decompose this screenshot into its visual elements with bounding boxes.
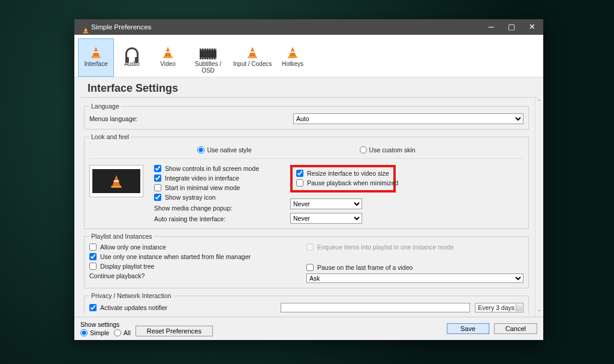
cone-icon <box>246 45 259 59</box>
scroll-down-icon[interactable]: ˅ <box>538 309 541 315</box>
bottom-bar: Show settings Simple All Reset Preferenc… <box>74 317 543 340</box>
privacy-text-input[interactable] <box>281 303 471 312</box>
vertical-scrollbar[interactable]: ˄ ˅ <box>535 98 543 317</box>
vlc-app-icon <box>79 23 88 31</box>
interface-preview-thumbnail <box>89 165 143 197</box>
highlight-annotation: Resize interface to video size Pause pla… <box>290 165 396 192</box>
group-language: Language Menus language: Auto <box>84 103 529 130</box>
film-icon <box>200 49 216 59</box>
group-privacy: Privacy / Network Interaction Activate u… <box>84 292 529 314</box>
media-change-popup-label: Show media change popup: <box>154 204 236 212</box>
cb-enqueue-items: Enqueue items into playlist in one insta… <box>306 243 523 251</box>
media-change-popup-select[interactable]: Never <box>290 198 362 209</box>
auto-raise-label: Auto raising the interface: <box>154 215 236 222</box>
titlebar[interactable]: Simple Preferences ─ ▢ ✕ <box>74 19 543 35</box>
tab-interface[interactable]: Interface <box>78 38 114 77</box>
maximize-button[interactable]: ▢ <box>507 23 516 31</box>
cone-icon <box>161 45 174 59</box>
page-heading: Interface Settings <box>80 77 537 98</box>
menus-language-select[interactable]: Auto <box>293 113 523 124</box>
cone-icon <box>286 45 299 59</box>
cb-pause-last-frame[interactable]: Pause on the last frame of a video <box>306 264 523 271</box>
minimize-button[interactable]: ─ <box>487 23 495 31</box>
radio-simple[interactable]: Simple <box>80 329 109 336</box>
radio-native-style[interactable]: Use native style <box>197 146 251 154</box>
cb-start-minimal[interactable]: Start in minimal view mode <box>154 184 259 191</box>
cb-pause-minimized[interactable]: Pause playback when minimized <box>296 179 390 186</box>
cb-resize-interface[interactable]: Resize interface to video size <box>296 170 390 177</box>
scroll-up-icon[interactable]: ˄ <box>538 99 541 105</box>
continue-playback-label: Continue playback? <box>89 272 306 279</box>
cone-icon <box>89 45 103 59</box>
cb-display-playlist-tree[interactable]: Display playlist tree <box>89 263 306 270</box>
cancel-button[interactable]: Cancel <box>494 323 537 334</box>
update-interval-spinner[interactable]: Every 3 days <box>475 303 523 312</box>
save-button[interactable]: Save <box>447 323 489 334</box>
tab-hotkeys[interactable]: Hotkeys <box>275 38 311 77</box>
window-title: Simple Preferences <box>91 23 487 31</box>
cb-allow-one-instance[interactable]: Allow only one instance <box>89 243 306 251</box>
tab-subtitles[interactable]: Subtitles / OSD <box>186 38 230 77</box>
tab-audio[interactable]: Audio <box>114 38 150 77</box>
tab-input-codecs[interactable]: Input / Codecs <box>230 38 275 77</box>
cb-show-systray[interactable]: Show systray icon <box>154 194 259 201</box>
cb-show-controls-fullscreen[interactable]: Show controls in full screen mode <box>154 165 259 172</box>
cb-activate-updates[interactable]: Activate updates notifier <box>89 304 276 311</box>
preferences-window: Simple Preferences ─ ▢ ✕ Interface Audio… <box>74 19 543 340</box>
show-settings-label: Show settings <box>80 321 131 328</box>
radio-custom-skin[interactable]: Use custom skin <box>360 146 416 154</box>
tab-video[interactable]: Video <box>150 38 186 77</box>
headphones-icon <box>125 47 139 59</box>
cb-one-instance-file-manager[interactable]: Use only one instance when started from … <box>89 253 306 260</box>
radio-all[interactable]: All <box>114 329 131 336</box>
menus-language-label: Menus language: <box>89 115 293 122</box>
close-button[interactable]: ✕ <box>528 23 536 31</box>
cb-integrate-video[interactable]: Integrate video in interface <box>154 175 259 182</box>
settings-scroll-area[interactable]: Language Menus language: Auto Look and f… <box>80 98 535 317</box>
category-toolbar: Interface Audio Video Subtitles / OSD In… <box>74 35 543 77</box>
reset-preferences-button[interactable]: Reset Preferences <box>136 326 213 336</box>
group-playlist: Playlist and Instances Allow only one in… <box>84 233 529 288</box>
group-look-and-feel: Look and feel Use native style Use custo… <box>84 133 529 229</box>
continue-playback-select[interactable]: Ask <box>306 273 523 283</box>
auto-raise-select[interactable]: Never <box>290 213 362 224</box>
